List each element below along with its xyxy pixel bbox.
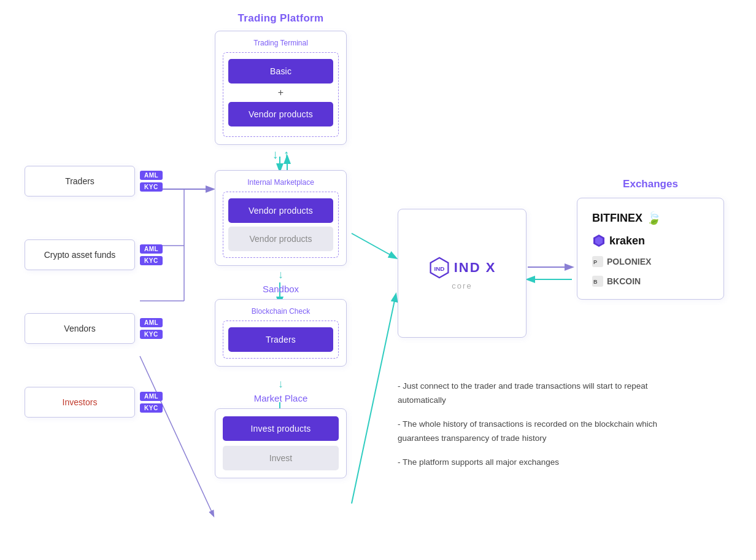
traders-tags: AML KYC: [140, 171, 163, 192]
crypto-funds-tags: AML KYC: [140, 244, 163, 265]
blockchain-check-label: Blockchain Check: [223, 307, 339, 316]
investors-label: Investors: [63, 397, 98, 407]
blockchain-inner: Traders: [223, 321, 339, 359]
desc-item-3: - The platform supports all major exchan…: [398, 456, 692, 470]
actor-row-traders: Traders AML KYC: [25, 166, 163, 196]
internal-marketplace-box: Internal Marketplace Vendor products Ven…: [215, 170, 347, 266]
vendors-box: Vendors: [25, 313, 135, 344]
trading-terminal-inner: Basic + Vendor products: [223, 52, 339, 137]
crypto-funds-box: Crypto asset funds: [25, 239, 135, 270]
marketplace-box: Invest products Invest: [215, 408, 347, 478]
trading-terminal-box: Trading Terminal Basic + Vendor products: [215, 31, 347, 145]
down-arrow-1: ↓: [272, 147, 279, 161]
description-text: - Just connect to the trader and trade t…: [398, 379, 692, 480]
poloniex-icon: P: [592, 256, 603, 267]
bitfinex-label: BITFINEX: [592, 212, 642, 225]
exchanges-box: BITFINEX 🍃 kraken P POLONIEX: [577, 198, 724, 300]
actor-row-crypto-funds: Crypto asset funds AML KYC: [25, 239, 163, 270]
actor-row-investors: Investors AML KYC: [25, 387, 163, 418]
sandbox-title: Sandbox: [215, 284, 347, 294]
poloniex-label: POLONIEX: [607, 257, 651, 266]
indx-logo: IND IND X: [428, 257, 496, 279]
poloniex-item: P POLONIEX: [592, 256, 651, 267]
kraken-label: kraken: [609, 235, 645, 247]
vendors-tags: AML KYC: [140, 318, 163, 339]
svg-line-10: [352, 233, 396, 258]
actors-column: Traders AML KYC Crypto asset funds AML K…: [25, 166, 163, 418]
investors-box: Investors: [25, 387, 135, 418]
down-arrow-3: ↓: [215, 378, 347, 391]
svg-line-11: [352, 295, 396, 504]
exchanges-column: Exchanges BITFINEX 🍃 kraken P: [577, 178, 724, 300]
vendors-aml-tag: AML: [140, 318, 163, 327]
internal-vendor-gray-btn: Vendor products: [228, 227, 333, 251]
diagram-container: Traders AML KYC Crypto asset funds AML K…: [0, 0, 756, 560]
indx-text: IND X: [454, 260, 496, 276]
vendors-kyc-tag: KYC: [140, 330, 163, 339]
down-arrow-2: ↓: [215, 268, 347, 281]
exchanges-title: Exchanges: [577, 178, 724, 190]
platform-title: Trading Platform: [215, 12, 347, 25]
invest-btn: Invest: [223, 446, 339, 470]
internal-vendor-purple-btn: Vendor products: [228, 198, 333, 223]
crypto-kyc-tag: KYC: [140, 256, 163, 265]
internal-marketplace-label: Internal Marketplace: [223, 178, 339, 187]
investors-aml-tag: AML: [140, 392, 163, 401]
investors-tags: AML KYC: [140, 392, 163, 413]
traders-label: Traders: [65, 176, 94, 186]
traders-aml-tag: AML: [140, 171, 163, 180]
svg-text:B: B: [593, 279, 598, 285]
bkcoin-item: B BKCOIN: [592, 276, 641, 287]
desc-item-2: - The whole history of transactions is r…: [398, 418, 692, 446]
traders-box: Traders: [25, 166, 135, 196]
basic-btn: Basic: [228, 59, 333, 84]
svg-text:IND: IND: [434, 265, 444, 272]
bitfinex-leaf-icon: 🍃: [646, 211, 662, 225]
bkcoin-icon: B: [592, 276, 603, 287]
kraken-icon: [592, 234, 606, 247]
trading-terminal-label: Trading Terminal: [223, 39, 339, 47]
internal-marketplace-inner: Vendor products Vendor products: [223, 192, 339, 258]
svg-text:P: P: [593, 259, 597, 265]
desc-item-1: - Just connect to the trader and trade t…: [398, 379, 692, 408]
indx-core-label: core: [452, 281, 472, 290]
actor-row-vendors: Vendors AML KYC: [25, 313, 163, 344]
vendor-products-btn: Vendor products: [228, 102, 333, 126]
marketplace-section: Market Place Invest products Invest: [215, 393, 347, 478]
blockchain-box: Blockchain Check Traders: [215, 299, 347, 367]
bitfinex-item: BITFINEX 🍃: [592, 211, 662, 225]
indx-core-box: IND IND X core: [398, 209, 526, 338]
platform-section: Trading Platform Trading Terminal Basic …: [215, 12, 347, 478]
crypto-funds-label: Crypto asset funds: [44, 250, 116, 260]
traders-kyc-tag: KYC: [140, 182, 163, 192]
indx-hex-icon: IND: [428, 257, 450, 279]
invest-products-btn: Invest products: [223, 416, 339, 441]
traders-btn: Traders: [228, 327, 333, 352]
marketplace-title: Market Place: [215, 393, 347, 403]
plus-sign: +: [228, 87, 333, 98]
kraken-item: kraken: [592, 234, 645, 247]
up-arrow-1: ↑: [284, 147, 290, 161]
crypto-aml-tag: AML: [140, 244, 163, 254]
vendors-label: Vendors: [64, 324, 95, 333]
investors-kyc-tag: KYC: [140, 403, 163, 413]
bkcoin-label: BKCOIN: [607, 276, 641, 286]
